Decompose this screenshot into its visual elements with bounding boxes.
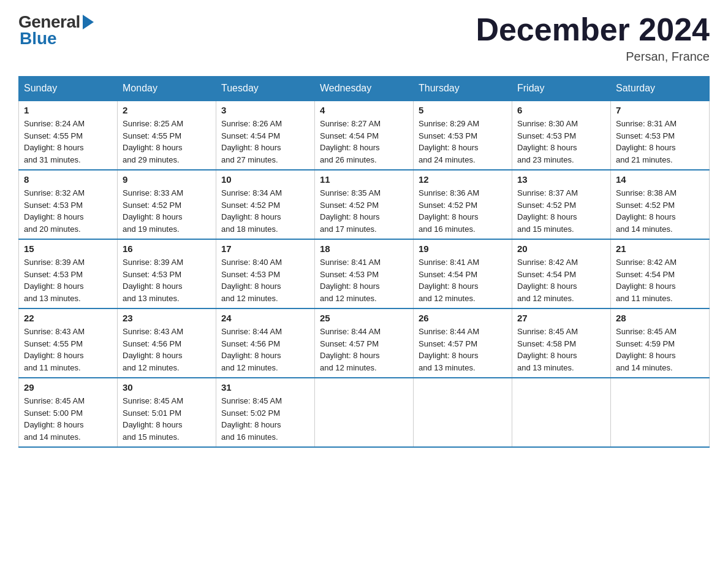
calendar-cell: 25 Sunrise: 8:44 AM Sunset: 4:57 PM Dayl… — [315, 308, 414, 378]
day-number: 20 — [517, 243, 605, 254]
col-header-sunday: Sunday — [19, 77, 118, 101]
calendar-table: SundayMondayTuesdayWednesdayThursdayFrid… — [18, 76, 710, 448]
day-info: Sunrise: 8:42 AM Sunset: 4:54 PM Dayligh… — [517, 256, 605, 304]
calendar-week-row: 1 Sunrise: 8:24 AM Sunset: 4:55 PM Dayli… — [19, 101, 710, 170]
day-info: Sunrise: 8:43 AM Sunset: 4:56 PM Dayligh… — [123, 326, 211, 373]
calendar-cell: 24 Sunrise: 8:44 AM Sunset: 4:56 PM Dayl… — [216, 308, 315, 378]
day-info: Sunrise: 8:29 AM Sunset: 4:53 PM Dayligh… — [419, 118, 507, 166]
day-number: 3 — [221, 105, 309, 115]
calendar-cell: 13 Sunrise: 8:37 AM Sunset: 4:52 PM Dayl… — [512, 170, 611, 239]
title-block: December 2024 Persan, France — [476, 12, 710, 64]
calendar-cell: 29 Sunrise: 8:45 AM Sunset: 5:00 PM Dayl… — [19, 378, 118, 447]
calendar-cell: 15 Sunrise: 8:39 AM Sunset: 4:53 PM Dayl… — [19, 239, 118, 308]
calendar-cell: 8 Sunrise: 8:32 AM Sunset: 4:53 PM Dayli… — [19, 170, 118, 239]
day-number: 12 — [419, 174, 507, 185]
calendar-cell: 1 Sunrise: 8:24 AM Sunset: 4:55 PM Dayli… — [19, 101, 118, 170]
calendar-cell: 2 Sunrise: 8:25 AM Sunset: 4:55 PM Dayli… — [118, 101, 216, 170]
col-header-saturday: Saturday — [611, 77, 710, 101]
day-info: Sunrise: 8:36 AM Sunset: 4:52 PM Dayligh… — [419, 187, 507, 235]
day-info: Sunrise: 8:31 AM Sunset: 4:53 PM Dayligh… — [616, 118, 704, 166]
calendar-cell: 18 Sunrise: 8:41 AM Sunset: 4:53 PM Dayl… — [315, 239, 414, 308]
calendar-cell: 10 Sunrise: 8:34 AM Sunset: 4:52 PM Dayl… — [216, 170, 315, 239]
day-number: 27 — [517, 313, 605, 323]
location-text: Persan, France — [476, 50, 710, 64]
day-info: Sunrise: 8:44 AM Sunset: 4:57 PM Dayligh… — [419, 326, 507, 373]
day-number: 14 — [616, 174, 704, 185]
calendar-cell — [414, 378, 512, 447]
calendar-cell: 31 Sunrise: 8:45 AM Sunset: 5:02 PM Dayl… — [216, 378, 315, 447]
calendar-week-row: 29 Sunrise: 8:45 AM Sunset: 5:00 PM Dayl… — [19, 378, 710, 447]
calendar-cell: 30 Sunrise: 8:45 AM Sunset: 5:01 PM Dayl… — [118, 378, 216, 447]
day-info: Sunrise: 8:44 AM Sunset: 4:57 PM Dayligh… — [320, 326, 408, 373]
day-number: 23 — [123, 313, 211, 323]
day-info: Sunrise: 8:27 AM Sunset: 4:54 PM Dayligh… — [320, 118, 408, 166]
day-info: Sunrise: 8:45 AM Sunset: 4:59 PM Dayligh… — [616, 326, 704, 373]
day-number: 18 — [320, 243, 408, 254]
calendar-cell: 20 Sunrise: 8:42 AM Sunset: 4:54 PM Dayl… — [512, 239, 611, 308]
col-header-monday: Monday — [118, 77, 216, 101]
day-number: 9 — [123, 174, 211, 185]
day-number: 19 — [419, 243, 507, 254]
calendar-cell: 19 Sunrise: 8:41 AM Sunset: 4:54 PM Dayl… — [414, 239, 512, 308]
day-info: Sunrise: 8:45 AM Sunset: 5:00 PM Dayligh… — [24, 395, 112, 443]
day-number: 15 — [24, 243, 112, 254]
calendar-cell: 23 Sunrise: 8:43 AM Sunset: 4:56 PM Dayl… — [118, 308, 216, 378]
day-number: 17 — [221, 243, 309, 254]
day-number: 28 — [616, 313, 704, 323]
month-title: December 2024 — [476, 12, 710, 47]
logo: General Blue — [18, 12, 94, 48]
calendar-cell: 4 Sunrise: 8:27 AM Sunset: 4:54 PM Dayli… — [315, 101, 414, 170]
day-info: Sunrise: 8:44 AM Sunset: 4:56 PM Dayligh… — [221, 326, 309, 373]
day-info: Sunrise: 8:41 AM Sunset: 4:54 PM Dayligh… — [419, 256, 507, 304]
day-info: Sunrise: 8:39 AM Sunset: 4:53 PM Dayligh… — [123, 256, 211, 304]
calendar-cell: 26 Sunrise: 8:44 AM Sunset: 4:57 PM Dayl… — [414, 308, 512, 378]
calendar-cell: 28 Sunrise: 8:45 AM Sunset: 4:59 PM Dayl… — [611, 308, 710, 378]
day-number: 8 — [24, 174, 112, 185]
day-number: 4 — [320, 105, 408, 115]
day-number: 25 — [320, 313, 408, 323]
day-number: 22 — [24, 313, 112, 323]
day-info: Sunrise: 8:26 AM Sunset: 4:54 PM Dayligh… — [221, 118, 309, 166]
calendar-cell: 9 Sunrise: 8:33 AM Sunset: 4:52 PM Dayli… — [118, 170, 216, 239]
calendar-cell — [512, 378, 611, 447]
day-number: 21 — [616, 243, 704, 254]
calendar-cell — [611, 378, 710, 447]
col-header-tuesday: Tuesday — [216, 77, 315, 101]
day-number: 6 — [517, 105, 605, 115]
day-number: 31 — [221, 382, 309, 393]
day-info: Sunrise: 8:45 AM Sunset: 5:02 PM Dayligh… — [221, 395, 309, 443]
calendar-cell — [315, 378, 414, 447]
day-info: Sunrise: 8:45 AM Sunset: 4:58 PM Dayligh… — [517, 326, 605, 373]
day-info: Sunrise: 8:45 AM Sunset: 5:01 PM Dayligh… — [123, 395, 211, 443]
day-info: Sunrise: 8:38 AM Sunset: 4:52 PM Dayligh… — [616, 187, 704, 235]
calendar-cell: 5 Sunrise: 8:29 AM Sunset: 4:53 PM Dayli… — [414, 101, 512, 170]
calendar-cell: 12 Sunrise: 8:36 AM Sunset: 4:52 PM Dayl… — [414, 170, 512, 239]
logo-blue-text: Blue — [20, 29, 57, 48]
calendar-week-row: 22 Sunrise: 8:43 AM Sunset: 4:55 PM Dayl… — [19, 308, 710, 378]
calendar-cell: 21 Sunrise: 8:42 AM Sunset: 4:54 PM Dayl… — [611, 239, 710, 308]
day-number: 11 — [320, 174, 408, 185]
day-info: Sunrise: 8:39 AM Sunset: 4:53 PM Dayligh… — [24, 256, 112, 304]
calendar-cell: 16 Sunrise: 8:39 AM Sunset: 4:53 PM Dayl… — [118, 239, 216, 308]
day-number: 16 — [123, 243, 211, 254]
day-info: Sunrise: 8:35 AM Sunset: 4:52 PM Dayligh… — [320, 187, 408, 235]
calendar-cell: 6 Sunrise: 8:30 AM Sunset: 4:53 PM Dayli… — [512, 101, 611, 170]
calendar-cell: 14 Sunrise: 8:38 AM Sunset: 4:52 PM Dayl… — [611, 170, 710, 239]
day-number: 2 — [123, 105, 211, 115]
day-number: 10 — [221, 174, 309, 185]
col-header-thursday: Thursday — [414, 77, 512, 101]
day-info: Sunrise: 8:43 AM Sunset: 4:55 PM Dayligh… — [24, 326, 112, 373]
calendar-week-row: 15 Sunrise: 8:39 AM Sunset: 4:53 PM Dayl… — [19, 239, 710, 308]
day-number: 1 — [24, 105, 112, 115]
day-number: 13 — [517, 174, 605, 185]
day-number: 26 — [419, 313, 507, 323]
calendar-cell: 3 Sunrise: 8:26 AM Sunset: 4:54 PM Dayli… — [216, 101, 315, 170]
col-header-wednesday: Wednesday — [315, 77, 414, 101]
day-info: Sunrise: 8:41 AM Sunset: 4:53 PM Dayligh… — [320, 256, 408, 304]
page-header: General Blue December 2024 Persan, Franc… — [18, 12, 710, 64]
calendar-cell: 7 Sunrise: 8:31 AM Sunset: 4:53 PM Dayli… — [611, 101, 710, 170]
day-info: Sunrise: 8:24 AM Sunset: 4:55 PM Dayligh… — [24, 118, 112, 166]
day-number: 24 — [221, 313, 309, 323]
day-info: Sunrise: 8:33 AM Sunset: 4:52 PM Dayligh… — [123, 187, 211, 235]
calendar-cell: 17 Sunrise: 8:40 AM Sunset: 4:53 PM Dayl… — [216, 239, 315, 308]
